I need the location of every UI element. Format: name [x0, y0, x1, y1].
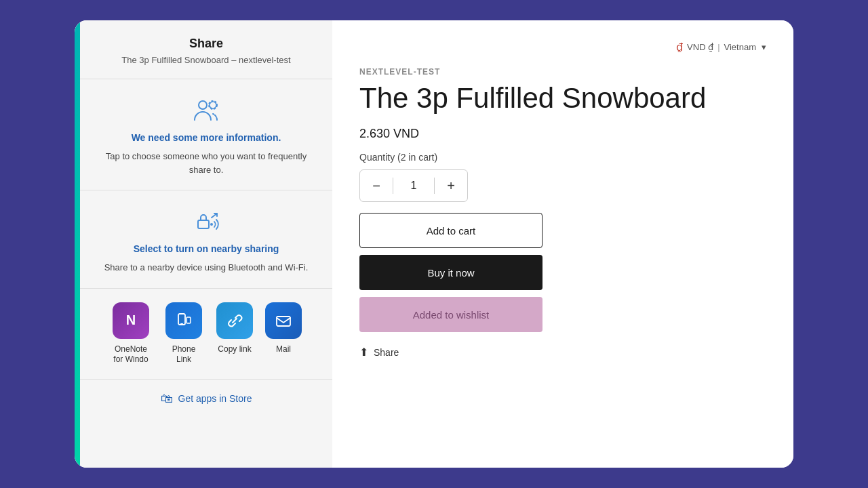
quantity-label: Quantity (2 in cart) [359, 152, 766, 163]
share-header: Share The 3p Fulfilled Snowboard – nextl… [75, 20, 332, 79]
svg-rect-6 [180, 315, 184, 322]
currency-selector[interactable]: ₫ VND ₫ | Vietnam ▾ [676, 41, 766, 54]
store-icon: 🛍 [161, 392, 173, 406]
product-panel: ₫ VND ₫ | Vietnam ▾ NEXTLEVEL-TEST The 3… [332, 20, 793, 468]
nearby-section-title: Select to turn on nearby sharing [134, 243, 279, 254]
phonelink-icon [165, 302, 202, 339]
svg-point-0 [199, 101, 207, 109]
share-link-icon: ⬆ [359, 346, 368, 359]
nearby-section-desc: Share to a nearby device using Bluetooth… [104, 261, 309, 274]
phonelink-label: Phone Link [163, 344, 204, 365]
share-link-label: Share [374, 347, 399, 358]
svg-point-2 [210, 102, 216, 108]
share-link[interactable]: ⬆ Share [359, 346, 766, 359]
nearby-sharing-icon [191, 207, 221, 237]
app-onenote[interactable]: N OneNote for Windo [111, 302, 151, 365]
share-panel: Share The 3p Fulfilled Snowboard – nextl… [75, 20, 332, 468]
person-icon [191, 96, 221, 125]
svg-rect-7 [180, 323, 183, 325]
svg-rect-3 [198, 220, 209, 228]
buy-it-now-button[interactable]: Buy it now [359, 255, 542, 290]
copylink-label: Copy link [218, 344, 251, 355]
vendor-label: NEXTLEVEL-TEST [359, 67, 766, 77]
share-subtitle: The 3p Fulfilled Snowboard – nextlevel-t… [100, 55, 312, 65]
main-container: Share The 3p Fulfilled Snowboard – nextl… [75, 20, 793, 468]
product-header-bar: ₫ VND ₫ | Vietnam ▾ [359, 41, 766, 54]
share-apps-row: N OneNote for Windo Phone Link [75, 289, 332, 380]
mail-label: Mail [276, 344, 291, 355]
product-title: The 3p Fulfilled Snowboard [359, 82, 766, 115]
info-section[interactable]: We need some more information. Tap to ch… [75, 79, 332, 190]
svg-point-1 [209, 101, 217, 109]
mail-icon [265, 302, 302, 339]
copylink-icon [216, 302, 253, 339]
quantity-decrease-button[interactable]: − [360, 170, 393, 201]
quantity-control: − 1 + [359, 169, 468, 202]
svg-point-4 [210, 223, 213, 226]
currency-sep: | [717, 42, 719, 52]
svg-rect-10 [277, 317, 290, 326]
quantity-increase-button[interactable]: + [435, 170, 467, 201]
added-to-wishlist-button[interactable]: Added to wishlist [359, 297, 542, 332]
store-section[interactable]: 🛍 Get apps in Store [75, 380, 332, 418]
app-copylink[interactable]: Copy link [216, 302, 253, 365]
product-price: 2.630 VND [359, 127, 766, 141]
region-label: Vietnam [724, 42, 756, 52]
share-title: Share [100, 37, 312, 51]
quantity-value: 1 [393, 180, 434, 192]
info-section-desc: Tap to choose someone who you want to fr… [100, 150, 312, 176]
info-section-title: We need some more information. [132, 132, 281, 143]
add-to-cart-button[interactable]: Add to cart [359, 213, 542, 248]
app-phonelink[interactable]: Phone Link [163, 302, 204, 365]
nearby-section[interactable]: Select to turn on nearby sharing Share t… [75, 190, 332, 289]
onenote-icon: N [113, 302, 149, 339]
chevron-down-icon: ▾ [762, 42, 766, 52]
app-mail[interactable]: Mail [265, 302, 302, 365]
svg-rect-9 [188, 319, 189, 322]
onenote-label: OneNote for Windo [111, 344, 151, 365]
store-link[interactable]: Get apps in Store [178, 393, 252, 404]
currency-label: VND ₫ [687, 42, 713, 52]
currency-dot: ₫ [676, 41, 683, 54]
